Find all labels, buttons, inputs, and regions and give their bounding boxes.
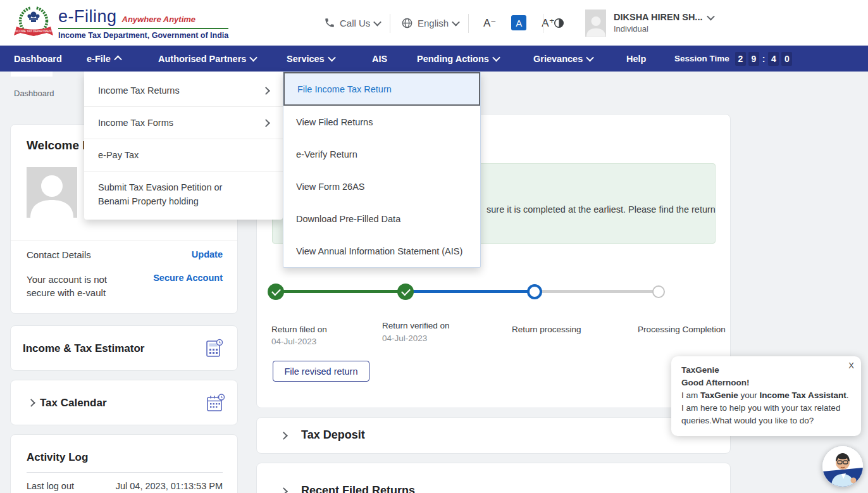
chevron-down-icon xyxy=(707,12,716,20)
activity-log-title: Activity Log xyxy=(27,451,88,464)
tax-deposit-card[interactable]: Tax Deposit xyxy=(256,417,731,454)
brand-rule xyxy=(58,28,228,29)
step-label: Return verified on xyxy=(382,321,450,330)
session-digit: 2 xyxy=(735,52,746,66)
nav-efile[interactable]: e-File xyxy=(87,46,121,72)
chevron-down-icon xyxy=(328,54,336,62)
close-icon[interactable]: X xyxy=(848,361,854,370)
emblem-ribbon-text: INCOME TAX DEPARTMENT xyxy=(15,30,53,33)
chatbot-character-icon xyxy=(822,446,863,487)
welcome-title: Welcome B xyxy=(27,139,91,153)
language-label: English xyxy=(418,18,449,28)
font-normal-button[interactable]: A xyxy=(511,15,526,30)
card-divider xyxy=(11,240,237,240)
chevron-right-icon xyxy=(262,87,270,95)
efile-dropdown-menu: Income Tax Returns Income Tax Forms e-Pa… xyxy=(84,72,283,220)
call-us-menu[interactable]: Call Us xyxy=(324,0,380,46)
secure-account-link[interactable]: Secure Account xyxy=(153,273,223,283)
session-digit: 4 xyxy=(768,52,779,66)
session-timer: Session Time 2 9 : 4 0 xyxy=(674,46,792,72)
taxgenie-message: I am TaxGenie your Income Tax Assistant.… xyxy=(681,389,851,427)
efiling-portal: INCOME TAX DEPARTMENT e-Filing Anywhere … xyxy=(0,0,868,493)
globe-icon xyxy=(401,17,413,29)
chevron-down-icon xyxy=(373,18,381,26)
nav-help[interactable]: Help xyxy=(626,46,646,72)
avatar xyxy=(585,9,606,37)
menu-item-income-tax-returns[interactable]: Income Tax Returns xyxy=(84,75,283,106)
step-date: 04-Jul-2023 xyxy=(271,337,316,346)
step-pending-icon xyxy=(652,285,665,298)
language-menu[interactable]: English xyxy=(401,0,459,46)
active-tab-indicator xyxy=(11,72,53,77)
nav-authorised-partners[interactable]: Authorised Partners xyxy=(158,46,256,72)
menu-item-epay-tax[interactable]: e-Pay Tax xyxy=(84,139,283,171)
taxgenie-greeting: Good Afternoon! xyxy=(681,377,851,389)
menu-item-file-income-tax-return[interactable]: File Income Tax Return xyxy=(283,72,480,106)
banner-text: sure it is completed at the earliest. Pl… xyxy=(487,204,716,215)
step-done-icon xyxy=(397,284,414,300)
income-tax-returns-submenu: File Income Tax Return View Filed Return… xyxy=(283,72,481,268)
font-decrease-button[interactable]: A⁻ xyxy=(480,16,500,30)
progress-line-current xyxy=(406,290,535,293)
site-logo[interactable]: INCOME TAX DEPARTMENT e-Filing Anywhere … xyxy=(13,4,228,42)
nav-pending-actions[interactable]: Pending Actions xyxy=(417,46,499,72)
step-date: 04-Jul-2023 xyxy=(382,334,427,343)
session-separator: : xyxy=(762,54,766,64)
calendar-icon xyxy=(205,393,225,413)
menu-item-tax-evasion-petition[interactable]: Submit Tax Evasion Petition or Benami Pr… xyxy=(84,171,283,217)
menu-item-income-tax-forms[interactable]: Income Tax Forms xyxy=(84,106,283,139)
step-label: Return filed on xyxy=(271,325,327,334)
session-timer-label: Session Time xyxy=(674,54,729,63)
recent-filed-returns-card[interactable]: Recent Filed Returns xyxy=(256,463,731,493)
menu-item-view-filed-returns[interactable]: View Filed Returns xyxy=(283,106,480,138)
menu-item-view-form-26as[interactable]: View Form 26AS xyxy=(283,170,480,203)
taxgenie-title: TaxGenie xyxy=(681,364,851,377)
menu-item-view-ais[interactable]: View Annual Information Statement (AIS) xyxy=(283,235,480,267)
person-icon xyxy=(29,170,75,218)
check-icon xyxy=(271,286,281,296)
tax-deposit-title: Tax Deposit xyxy=(301,428,365,442)
brand-name: e-Filing xyxy=(58,7,117,27)
nav-grievances[interactable]: Grievances xyxy=(533,46,593,72)
menu-item-download-prefilled-data[interactable]: Download Pre-Filled Data xyxy=(283,203,480,235)
income-tax-estimator-card[interactable]: Income & Tax Estimator xyxy=(10,325,238,371)
step-done-icon xyxy=(268,284,284,300)
nav-dashboard[interactable]: Dashboard xyxy=(14,46,62,72)
taxgenie-popup: X TaxGenie Good Afternoon! I am TaxGenie… xyxy=(671,356,861,436)
session-digit: 9 xyxy=(748,52,759,66)
file-revised-return-button[interactable]: File revised return xyxy=(273,361,369,382)
nav-ais[interactable]: AIS xyxy=(372,46,387,72)
progress-line-done xyxy=(276,290,406,293)
header: INCOME TAX DEPARTMENT e-Filing Anywhere … xyxy=(0,0,868,46)
header-divider xyxy=(390,14,390,33)
tax-calendar-title: Tax Calendar xyxy=(40,397,107,409)
step-label: Return processing xyxy=(512,325,581,334)
check-icon xyxy=(401,286,411,296)
call-us-label: Call Us xyxy=(340,18,370,28)
main-navbar: Dashboard e-File Authorised Partners Ser… xyxy=(0,46,868,72)
chevron-down-icon xyxy=(250,54,258,62)
update-link[interactable]: Update xyxy=(192,249,223,259)
evault-status-text: Your account is not secure with e-vault xyxy=(27,273,121,299)
chatbot-avatar[interactable] xyxy=(822,446,864,487)
user-menu[interactable]: DIKSHA HIREN SH... Individual xyxy=(585,0,714,46)
chevron-right-icon xyxy=(280,432,288,440)
last-logout-value: Jul 04, 2023, 01:13:53 PM xyxy=(116,481,223,491)
contact-details-label: Contact Details xyxy=(27,249,91,260)
nav-services[interactable]: Services xyxy=(287,46,335,72)
contrast-toggle[interactable] xyxy=(553,0,565,46)
menu-item-everify-return[interactable]: e-Verify Return xyxy=(283,138,480,170)
header-divider xyxy=(468,14,469,33)
breadcrumb[interactable]: Dashboard xyxy=(14,89,54,98)
brand-tagline: Anywhere Anytime xyxy=(122,15,196,24)
step-label: Processing Completion xyxy=(638,325,726,334)
card-divider xyxy=(27,472,223,473)
recent-filed-returns-title: Recent Filed Returns xyxy=(301,484,415,493)
chevron-up-icon xyxy=(114,56,122,64)
chevron-right-icon xyxy=(27,399,35,407)
tax-calendar-card[interactable]: Tax Calendar xyxy=(10,380,238,425)
header-divider xyxy=(543,14,543,33)
person-icon xyxy=(586,14,605,37)
chevron-right-icon xyxy=(262,119,270,127)
chevron-down-icon xyxy=(586,54,594,62)
